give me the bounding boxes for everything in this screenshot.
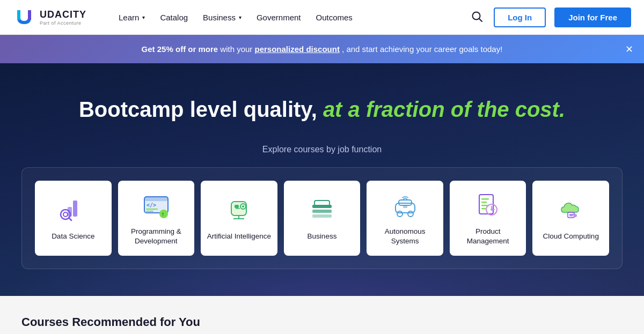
promo-banner: Get 25% off or more with your personaliz… xyxy=(0,35,644,63)
card-autonomous-label: Autonomous Systems xyxy=(372,227,438,246)
svg-rect-38 xyxy=(481,205,488,206)
recommended-title: Courses Recommended for You xyxy=(21,315,623,329)
banner-bold: Get 25% off or more xyxy=(142,44,218,54)
svg-rect-36 xyxy=(481,198,489,200)
svg-rect-41 xyxy=(481,208,486,210)
cloud-computing-icon xyxy=(556,195,586,225)
hero-title: Bootcamp level quality, at a fraction of… xyxy=(21,95,623,123)
banner-middle: with your xyxy=(220,44,254,54)
nav-learn[interactable]: Learn ▾ xyxy=(119,13,145,22)
nav-government[interactable]: Government xyxy=(257,13,301,22)
nav-outcomes[interactable]: Outcomes xyxy=(316,13,353,22)
nav-links: Learn ▾ Catalog Business ▾ Government Ou… xyxy=(119,13,353,22)
svg-rect-12 xyxy=(144,197,168,201)
join-button[interactable]: Join for Free xyxy=(554,8,631,27)
navbar: UDACITY Part of Accenture Learn ▾ Catalo… xyxy=(0,0,644,35)
card-product-mgmt[interactable]: Product Management xyxy=(450,181,526,256)
card-data-science-label: Data Science xyxy=(52,232,94,241)
nav-left: UDACITY Part of Accenture Learn ▾ Catalo… xyxy=(13,6,353,28)
svg-rect-37 xyxy=(481,202,487,203)
product-management-icon xyxy=(473,190,503,220)
card-business-label: Business xyxy=(308,232,337,241)
card-programming[interactable]: </> ↑ Programming & Development xyxy=(118,181,195,256)
login-button[interactable]: Log In xyxy=(494,8,546,27)
svg-point-32 xyxy=(397,211,402,217)
banner-close-button[interactable]: ✕ xyxy=(625,43,633,55)
explore-label: Explore courses by job function xyxy=(21,145,623,154)
svg-rect-2 xyxy=(28,10,31,20)
nav-catalog[interactable]: Catalog xyxy=(160,13,188,22)
svg-line-4 xyxy=(479,19,482,21)
logo-link[interactable]: UDACITY Part of Accenture xyxy=(13,6,86,28)
card-autonomous[interactable]: Autonomous Systems xyxy=(367,181,443,256)
card-cloud-label: Cloud Computing xyxy=(543,232,599,241)
svg-rect-34 xyxy=(403,205,407,208)
banner-end: , and start achieving your career goals … xyxy=(342,44,502,54)
logo-text: UDACITY Part of Accenture xyxy=(40,9,86,26)
svg-line-9 xyxy=(69,218,71,220)
course-cards-container: Data Science </> ↑ Programming & Develop… xyxy=(21,167,623,269)
svg-rect-0 xyxy=(13,6,35,28)
banner-discount-link[interactable]: personalized discount xyxy=(255,44,340,54)
card-ai-label: Artificial Intelligence xyxy=(207,232,271,241)
udacity-logo-icon xyxy=(13,6,35,28)
card-data-science[interactable]: Data Science xyxy=(35,181,112,256)
svg-text:↑: ↑ xyxy=(162,211,165,217)
card-product-mgmt-label: Product Management xyxy=(455,227,521,246)
ai-icon xyxy=(224,195,254,225)
svg-point-40 xyxy=(491,209,493,211)
card-business[interactable]: Business xyxy=(284,181,361,256)
svg-point-8 xyxy=(63,212,68,217)
programming-icon: </> ↑ xyxy=(141,190,171,220)
svg-text:</>: </> xyxy=(147,202,156,208)
autonomous-systems-icon xyxy=(390,190,420,220)
learn-chevron-icon: ▾ xyxy=(142,14,145,20)
svg-rect-5 xyxy=(73,201,77,217)
nav-right: Log In Join for Free xyxy=(469,8,631,27)
svg-rect-28 xyxy=(312,214,332,218)
svg-rect-27 xyxy=(312,210,332,213)
search-button[interactable] xyxy=(469,9,485,26)
nav-business[interactable]: Business ▾ xyxy=(203,13,241,22)
svg-rect-1 xyxy=(17,10,20,20)
svg-point-22 xyxy=(242,205,244,207)
search-icon xyxy=(471,11,483,23)
card-ai[interactable]: Artificial Intelligence xyxy=(201,181,277,256)
card-programming-label: Programming & Development xyxy=(123,227,189,246)
business-icon xyxy=(307,195,337,225)
svg-rect-20 xyxy=(235,205,239,208)
svg-point-33 xyxy=(408,211,413,217)
business-chevron-icon: ▾ xyxy=(239,14,241,20)
svg-point-46 xyxy=(574,214,577,217)
card-cloud[interactable]: Cloud Computing xyxy=(532,181,609,256)
recommended-section: Courses Recommended for You xyxy=(0,296,644,334)
data-science-icon xyxy=(58,195,88,225)
hero-section: Bootcamp level quality, at a fraction of… xyxy=(0,63,644,296)
